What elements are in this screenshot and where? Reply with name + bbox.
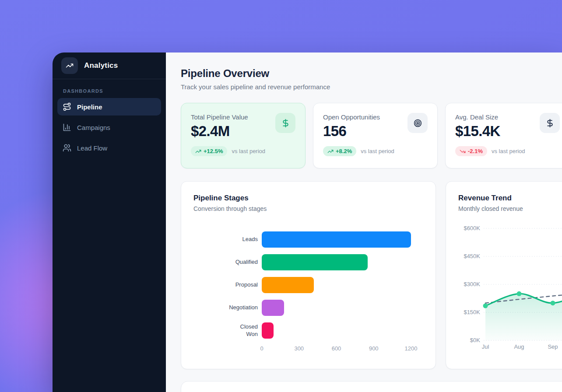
kpi-row: Total Pipeline Value$2.4M+12.5%vs last p… xyxy=(181,103,562,168)
revenue-trend-card: Revenue Trend Monthly closed revenue $60… xyxy=(446,181,562,369)
sidebar-item-campaigns[interactable]: Campaigns xyxy=(57,119,161,136)
bar-negotiation xyxy=(262,300,284,316)
users-icon xyxy=(63,144,71,152)
sidebar-section-label: DASHBOARDS xyxy=(63,88,155,94)
target-icon xyxy=(413,119,422,128)
x-axis-tick: 600 xyxy=(332,345,341,352)
kpi-icon-box xyxy=(275,113,295,133)
trending-up-icon xyxy=(61,57,78,74)
y-axis-label: $600K xyxy=(464,225,480,231)
sidebar-item-lead-flow[interactable]: Lead Flow xyxy=(57,139,161,157)
kpi-compare-label: vs last period xyxy=(232,148,265,154)
data-point xyxy=(483,304,488,308)
bar-row: Proposal xyxy=(193,277,423,293)
y-axis-label: $300K xyxy=(464,281,480,287)
data-point xyxy=(551,301,555,305)
revenue-trend-svg: $600K$450K$300K$150K$0KJulAugSepOct xyxy=(458,224,562,360)
app-window: Analytics DASHBOARDS PipelineCampaignsLe… xyxy=(53,52,562,392)
dollar-sign-icon xyxy=(545,119,555,128)
kpi-change-badge: +8.2% xyxy=(323,146,356,156)
sidebar-item-pipeline[interactable]: Pipeline xyxy=(57,98,161,116)
bar-label: Qualified xyxy=(193,259,262,266)
chart-title: Pipeline Stages xyxy=(193,193,423,203)
chart-subtitle: Conversion through stages xyxy=(193,205,423,213)
data-point xyxy=(517,291,522,296)
chart-subtitle: Monthly closed revenue xyxy=(458,205,562,213)
chart-title: Revenue Trend xyxy=(458,193,562,203)
bar-label: Negotiation xyxy=(193,304,262,312)
sidebar-divider xyxy=(53,79,166,79)
y-axis-label: $150K xyxy=(464,309,480,315)
bar-leads xyxy=(262,231,411,248)
page-subtitle: Track your sales pipeline and revenue pe… xyxy=(181,82,562,91)
bar-label: Closed Won xyxy=(193,323,262,338)
route-icon xyxy=(63,102,71,111)
x-axis-tick: 0 xyxy=(260,345,263,352)
y-axis-label: $450K xyxy=(464,253,480,259)
kpi-icon-box xyxy=(407,113,428,133)
trending-up-icon xyxy=(195,148,201,154)
x-axis-label: Sep xyxy=(548,343,558,350)
desktop-background: Analytics DASHBOARDS PipelineCampaignsLe… xyxy=(0,0,562,392)
kpi-compare-label: vs last period xyxy=(492,148,525,154)
x-axis-label: Jul xyxy=(482,343,489,350)
revenue-trend-line-chart: $600K$450K$300K$150K$0KJulAugSepOct xyxy=(458,224,562,361)
sidebar-item-label: Campaigns xyxy=(77,124,110,131)
app-title: Analytics xyxy=(84,61,118,70)
sidebar-item-label: Pipeline xyxy=(77,103,102,111)
sidebar-nav: PipelineCampaignsLead Flow xyxy=(53,98,166,157)
bar-chart-x-axis: 03006009001200 xyxy=(262,345,411,353)
kpi-icon-box xyxy=(540,113,560,133)
bar-row: Qualified xyxy=(193,254,423,270)
page-title: Pipeline Overview xyxy=(181,67,562,80)
kpi-change-badge: +12.5% xyxy=(191,146,227,156)
app-logo: Analytics xyxy=(53,52,166,79)
bar-label: Proposal xyxy=(193,281,262,289)
bar-qualified xyxy=(262,254,368,270)
kpi-compare-label: vs last period xyxy=(361,148,394,154)
bar-label: Leads xyxy=(193,236,262,243)
bar-chart-icon xyxy=(63,123,71,132)
kpi-footer: -2.1%vs last period xyxy=(455,146,560,156)
x-axis-label: Aug xyxy=(514,343,524,350)
y-axis-label: $0K xyxy=(470,337,480,343)
kpi-card-avg-deal-size[interactable]: Avg. Deal Size$15.4K-2.1%vs last period xyxy=(445,103,562,168)
bottom-card-partial xyxy=(181,381,562,392)
x-axis-tick: 1200 xyxy=(405,345,418,352)
pipeline-stages-card: Pipeline Stages Conversion through stage… xyxy=(181,181,436,369)
main-content: Pipeline Overview Track your sales pipel… xyxy=(166,52,562,392)
bar-row: Leads xyxy=(193,231,423,248)
kpi-footer: +12.5%vs last period xyxy=(191,146,295,156)
kpi-card-open-opportunities[interactable]: Open Opportunities156+8.2%vs last period xyxy=(313,103,438,168)
kpi-footer: +8.2%vs last period xyxy=(323,146,428,156)
pipeline-stages-bar-chart: LeadsQualifiedProposalNegotiationClosed … xyxy=(193,231,423,353)
bar-row: Closed Won xyxy=(193,322,423,339)
sidebar: Analytics DASHBOARDS PipelineCampaignsLe… xyxy=(53,52,166,392)
sidebar-item-label: Lead Flow xyxy=(77,144,107,152)
kpi-card-total-pipeline-value[interactable]: Total Pipeline Value$2.4M+12.5%vs last p… xyxy=(181,103,306,168)
x-axis-tick: 300 xyxy=(294,345,304,352)
charts-row: Pipeline Stages Conversion through stage… xyxy=(181,181,562,369)
x-axis-tick: 900 xyxy=(369,345,379,352)
bar-closed-won xyxy=(262,322,274,339)
bar-proposal xyxy=(262,277,314,293)
trending-down-icon xyxy=(460,148,466,154)
kpi-change-badge: -2.1% xyxy=(455,146,487,156)
bar-row: Negotiation xyxy=(193,300,423,316)
trending-up-icon xyxy=(327,148,334,154)
dollar-sign-icon xyxy=(281,119,290,128)
